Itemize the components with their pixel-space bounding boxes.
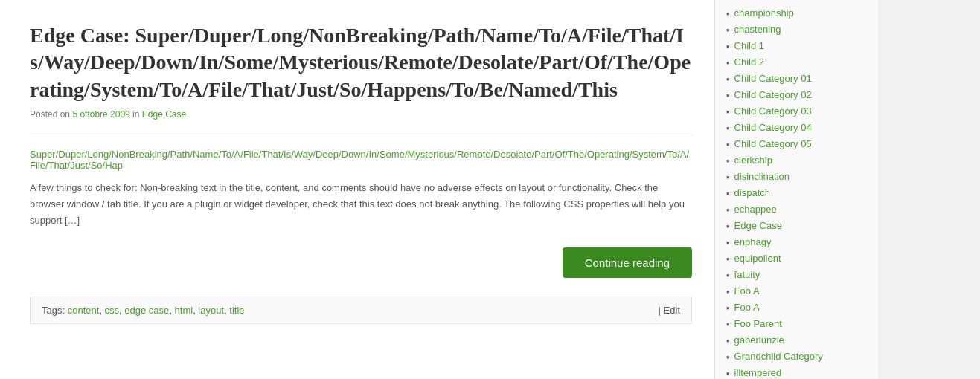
- list-item: enphagy: [726, 236, 871, 248]
- edit-link[interactable]: | Edit: [659, 305, 680, 316]
- tag-edge-case[interactable]: edge case: [124, 305, 169, 316]
- post-meta: Posted on 5 ottobre 2009 in Edge Case: [30, 109, 692, 120]
- list-item: championship: [726, 7, 871, 19]
- tags-label: Tags:: [42, 305, 65, 316]
- meta-in: in: [130, 109, 142, 120]
- sidebar-category-link[interactable]: dispatch: [734, 187, 770, 198]
- meta-prefix: Posted on: [30, 109, 72, 120]
- sidebar-category-link[interactable]: Foo A: [734, 285, 760, 297]
- sidebar-category-link[interactable]: echappee: [734, 204, 777, 215]
- page-layout: Edge Case: Super/Duper/Long/NonBreaking/…: [0, 0, 980, 379]
- sidebar-list: championshipchasteningChild 1Child 2Chil…: [726, 7, 871, 379]
- list-item: equipollent: [726, 253, 871, 265]
- list-item: Foo Parent: [726, 318, 871, 330]
- post-path: Super/Duper/Long/NonBreaking/Path/Name/T…: [30, 149, 692, 171]
- tags-section: Tags: content, css, edge case, html, lay…: [42, 305, 245, 316]
- post-category[interactable]: Edge Case: [142, 109, 186, 120]
- list-item: Child Category 02: [726, 89, 871, 101]
- list-item: Child Category 03: [726, 106, 871, 117]
- sidebar-category-link[interactable]: Foo A: [734, 302, 760, 313]
- post-date[interactable]: 5 ottobre 2009: [72, 109, 129, 120]
- post-excerpt: A few things to check for: Non-breaking …: [30, 180, 692, 229]
- list-item: gaberlunzie: [726, 334, 871, 346]
- sidebar-category-link[interactable]: Child Category 02: [734, 89, 812, 100]
- sidebar-category-link[interactable]: enphagy: [734, 236, 772, 247]
- post-divider: [30, 135, 692, 135]
- list-item: Edge Case: [726, 220, 871, 232]
- list-item: Foo A: [726, 302, 871, 314]
- list-item: fatuity: [726, 269, 871, 281]
- sidebar-category-link[interactable]: equipollent: [734, 253, 781, 264]
- list-item: echappee: [726, 204, 871, 216]
- sidebar-category-link[interactable]: clerkship: [734, 155, 772, 166]
- tags-bar: Tags: content, css, edge case, html, lay…: [30, 297, 692, 324]
- sidebar-category-link[interactable]: fatuity: [734, 269, 760, 280]
- tag-title[interactable]: title: [229, 305, 244, 316]
- list-item: illtempered: [726, 367, 871, 379]
- list-item: clerkship: [726, 155, 871, 166]
- sidebar-category-link[interactable]: Child Category 04: [734, 122, 812, 133]
- list-item: chastening: [726, 24, 871, 36]
- list-item: Foo A: [726, 285, 871, 297]
- sidebar-category-link[interactable]: illtempered: [734, 367, 782, 378]
- list-item: Grandchild Category: [726, 351, 871, 363]
- sidebar-category-link[interactable]: Child 2: [734, 56, 764, 68]
- sidebar-category-link[interactable]: Foo Parent: [734, 318, 782, 329]
- sidebar-category-link[interactable]: Child Category 05: [734, 138, 812, 149]
- sidebar-category-link[interactable]: Child 1: [734, 40, 764, 51]
- list-item: Child 1: [726, 40, 871, 52]
- list-item: Child Category 04: [726, 122, 871, 134]
- list-item: dispatch: [726, 187, 871, 199]
- tag-content[interactable]: content: [68, 305, 100, 316]
- sidebar-category-link[interactable]: Child Category 01: [734, 73, 812, 84]
- list-item: disinclination: [726, 171, 871, 183]
- sidebar-category-link[interactable]: Child Category 03: [734, 106, 812, 117]
- tags-list: content, css, edge case, html, layout, t…: [68, 305, 245, 316]
- tag-layout[interactable]: layout: [198, 305, 224, 316]
- list-item: Child Category 01: [726, 73, 871, 85]
- sidebar-category-link[interactable]: Grandchild Category: [734, 351, 823, 362]
- sidebar: championshipchasteningChild 1Child 2Chil…: [714, 0, 878, 379]
- sidebar-category-link[interactable]: chastening: [734, 24, 781, 35]
- continue-btn-wrapper: Continue reading: [30, 247, 692, 278]
- tag-css[interactable]: css: [105, 305, 120, 316]
- sidebar-category-link[interactable]: championship: [734, 7, 794, 19]
- list-item: Child 2: [726, 56, 871, 68]
- sidebar-category-link[interactable]: Edge Case: [734, 220, 782, 231]
- sidebar-category-link[interactable]: gaberlunzie: [734, 334, 784, 346]
- sidebar-category-link[interactable]: disinclination: [734, 171, 790, 182]
- continue-reading-button[interactable]: Continue reading: [563, 247, 692, 278]
- tag-html[interactable]: html: [175, 305, 193, 316]
- list-item: Child Category 05: [726, 138, 871, 150]
- post-title: Edge Case: Super/Duper/Long/NonBreaking/…: [30, 22, 692, 103]
- main-content: Edge Case: Super/Duper/Long/NonBreaking/…: [0, 0, 714, 379]
